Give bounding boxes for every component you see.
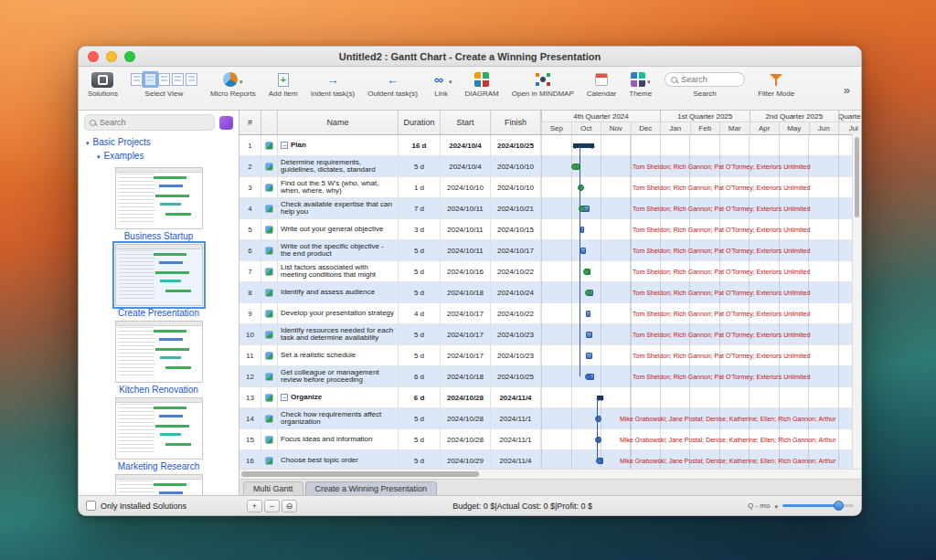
task-finish-date: 2024/10/17 — [491, 240, 541, 260]
chevron-down-icon — [239, 71, 243, 88]
thumbnail-caption[interactable]: Kitchen Renovation — [119, 385, 198, 395]
gantt-control-button[interactable]: ⊖ — [282, 500, 297, 512]
thumbnail-caption[interactable]: Business Startup — [124, 231, 194, 241]
view-mode-icon[interactable] — [172, 73, 184, 86]
task-row[interactable]: 3Find out the 5 W's (who, what, when, wh… — [239, 177, 861, 198]
close-button[interactable] — [88, 51, 99, 62]
gantt-bar[interactable] — [597, 396, 604, 400]
task-row[interactable]: 7List factors associated with meeting co… — [239, 261, 861, 282]
toolbar-item-calendar[interactable]: Calendar — [587, 71, 616, 98]
collapse-box-icon[interactable] — [281, 142, 288, 149]
gantt-control-button[interactable]: + — [247, 500, 262, 512]
toolbar-item-micro-reports[interactable]: Micro Reports — [210, 71, 256, 98]
solution-store-icon[interactable] — [219, 116, 233, 130]
solution-thumbnail[interactable]: Kitchen Renovation — [115, 321, 203, 395]
view-mode-icon[interactable] — [158, 73, 170, 86]
only-installed-solutions-checkbox[interactable] — [86, 501, 96, 511]
solution-thumbnail[interactable]: Marketing Research — [115, 397, 203, 471]
gantt-bar[interactable] — [586, 353, 591, 359]
zoom-button[interactable] — [124, 51, 135, 62]
column-header: Name — [278, 111, 399, 134]
solution-thumbnail[interactable]: Create Presentation — [115, 244, 203, 318]
task-row[interactable]: 6Write out the specific objective - the … — [239, 240, 861, 261]
toolbar-item-select-view[interactable]: Select View — [131, 71, 197, 98]
progress-dot — [596, 458, 602, 464]
task-start-date: 2024/10/29 — [441, 450, 491, 469]
toolbar-item-filter-mode[interactable]: Filter Mode — [758, 71, 794, 98]
disclosure-triangle-icon[interactable] — [97, 151, 101, 161]
sidebar-search-input[interactable] — [100, 118, 209, 127]
month-label: Apr — [750, 122, 780, 134]
tree-item-basic-projects[interactable]: Basic Projects — [86, 135, 231, 149]
toolbar-item-indent-tasks[interactable]: Indent task(s) — [311, 71, 355, 98]
mindmap-icon — [535, 72, 551, 87]
task-row[interactable]: 2Determine requirements, guidelines, dic… — [239, 156, 861, 177]
zoom-slider-knob[interactable] — [834, 501, 844, 511]
view-mode-icon[interactable] — [144, 73, 156, 86]
task-row[interactable]: 12Get colleague or management review bef… — [239, 366, 861, 387]
sidebar-search-field[interactable] — [84, 114, 215, 131]
gantt-control-button[interactable]: − — [264, 500, 280, 512]
task-row[interactable]: 13Organize6 d2024/10/282024/11/4 — [239, 387, 861, 408]
vertical-scrollbar-thumb[interactable] — [855, 137, 859, 217]
task-row[interactable]: 14Check how requirements affect organiza… — [239, 408, 861, 429]
task-start-date: 2024/10/28 — [441, 408, 491, 428]
gantt-bar[interactable] — [580, 248, 586, 254]
toolbar-item-add-item[interactable]: Add Item — [269, 71, 298, 98]
toolbar-item-solutions[interactable]: Solutions — [88, 71, 118, 98]
toolbar-item-outdent-tasks[interactable]: Outdent task(s) — [367, 71, 418, 98]
window-body: Basic Projects Examples Business Startup… — [79, 111, 861, 495]
task-duration: 5 d — [399, 240, 441, 260]
toolbar-item-link[interactable]: Link — [431, 71, 452, 98]
tab-multi-gantt[interactable]: Multi Gantt — [243, 481, 303, 495]
resource-names: Mike Grabowski; Jane Postal; Denise; Kat… — [620, 458, 836, 464]
view-mode-icon[interactable] — [131, 73, 143, 86]
horizontal-scrollbar[interactable] — [239, 469, 861, 479]
task-duration: 6 d — [399, 366, 441, 386]
task-row[interactable]: 16Choose best topic order5 d2024/10/2920… — [239, 450, 861, 469]
toolbar-overflow-chevron-icon[interactable]: » — [844, 83, 852, 97]
gantt-bar[interactable] — [586, 332, 591, 338]
zoom-scale-label[interactable]: Q - mo — [748, 502, 770, 510]
indent-icon — [324, 73, 341, 87]
task-row[interactable]: 15Focus ideas and information5 d2024/10/… — [239, 429, 861, 450]
tab-create-a-winning-presentation[interactable]: Create a Winning Presentation — [305, 481, 438, 495]
thumbnail-caption[interactable]: Create Presentation — [118, 308, 199, 318]
collapse-box-icon[interactable] — [281, 394, 288, 401]
thumbnail-caption[interactable]: Marketing Research — [118, 461, 199, 471]
toolbar-item-diagram[interactable]: DIAGRAM — [464, 71, 498, 98]
zoom-slider[interactable] — [782, 504, 854, 507]
vertical-scrollbar[interactable] — [852, 134, 861, 469]
task-number: 10 — [239, 324, 261, 344]
tree-item-examples[interactable]: Examples — [86, 149, 231, 163]
solution-thumbnail[interactable] — [115, 474, 203, 495]
diagram-icon — [474, 72, 489, 87]
progress-dot — [595, 416, 601, 422]
view-mode-icon[interactable] — [186, 73, 197, 86]
task-row[interactable]: 8Identify and assess audience5 d2024/10/… — [239, 282, 861, 303]
minimize-button[interactable] — [106, 51, 117, 62]
horizontal-scrollbar-thumb[interactable] — [241, 471, 479, 477]
disclosure-triangle-icon[interactable] — [86, 137, 90, 147]
toolbar-search-field[interactable] — [665, 72, 745, 87]
task-row[interactable]: 5Write out your general objective3 d2024… — [239, 219, 861, 240]
solution-thumbnail[interactable]: Business Startup — [115, 167, 203, 241]
task-row[interactable]: 4Check available expertise that can help… — [239, 198, 861, 219]
month-label: Nov — [601, 122, 631, 134]
gantt-bar[interactable] — [573, 143, 594, 148]
task-row[interactable]: 10Identify resources needed for each tas… — [239, 324, 861, 345]
thumbnail-preview — [115, 474, 203, 495]
gantt-bar[interactable] — [586, 311, 590, 317]
task-row[interactable]: 9Develop your presentation strategy4 d20… — [239, 303, 861, 324]
toolbar-item-open-in-mindmap[interactable]: Open in MINDMAP — [512, 71, 574, 98]
toolbar-search-input[interactable] — [681, 75, 739, 84]
task-start-date: 2024/10/28 — [441, 387, 491, 407]
gantt-bar[interactable] — [580, 227, 584, 233]
toolbar-item-theme[interactable]: Theme — [629, 71, 652, 98]
task-row[interactable]: 11Set a realistic schedule5 d2024/10/172… — [239, 345, 861, 366]
toolbar-item-search[interactable]: Search — [665, 71, 745, 98]
task-number: 14 — [239, 408, 261, 428]
task-row[interactable]: 1Plan16 d2024/10/42024/10/25 — [239, 135, 861, 156]
task-duration: 5 d — [399, 156, 441, 176]
task-resource-icon — [265, 247, 273, 255]
